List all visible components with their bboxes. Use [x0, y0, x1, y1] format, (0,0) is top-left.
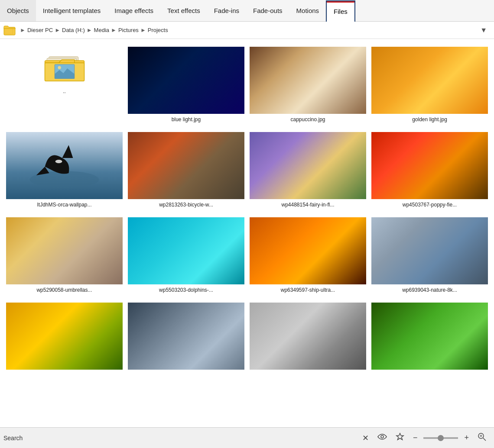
file-item-orca[interactable]: ItJdhMS-orca-wallpap...	[3, 128, 125, 213]
zoom-out-button[interactable]: −	[410, 432, 421, 444]
svg-point-11	[381, 435, 384, 438]
file-item-ship[interactable]: wp6349597-ship-ultra...	[247, 213, 369, 298]
breadcrumb-sep-2: ►	[87, 27, 92, 33]
file-item-girl[interactable]	[247, 298, 369, 377]
breadcrumb-media[interactable]: Media	[94, 27, 109, 33]
file-item-winter[interactable]	[125, 298, 247, 377]
nav-fade-ins[interactable]: Fade-ins	[207, 0, 246, 21]
image-thumb-umbrellas	[6, 217, 123, 284]
nav-intelligent-templates[interactable]: Intelligent templates	[36, 0, 107, 21]
svg-point-7	[58, 66, 61, 69]
file-label-fairy: wp4488154-fairy-in-fl...	[281, 202, 334, 208]
magnifier-icon	[478, 432, 486, 441]
file-item-parent[interactable]: ..	[3, 42, 125, 128]
file-label-dolphins: wp5503203-dolphins-...	[159, 287, 213, 293]
nav-objects[interactable]: Objects	[0, 0, 36, 21]
file-item-bicycle[interactable]: wp2813263-bicycle-w...	[125, 128, 247, 213]
file-label-nature8k: wp6939043-nature-8k...	[402, 287, 457, 293]
zoom-slider[interactable]	[423, 437, 458, 439]
image-thumb-golden-light	[371, 47, 488, 114]
file-item-golden-light[interactable]: golden light.jpg	[369, 42, 491, 128]
file-label-golden-light: golden light.jpg	[412, 116, 447, 122]
star-icon	[396, 432, 404, 441]
image-thumb-flowers	[6, 303, 123, 370]
image-thumb-ship	[250, 217, 366, 284]
image-thumb-girl	[250, 303, 366, 370]
breadcrumb-bar: ► Dieser PC ► Data (H:) ► Media ► Pictur…	[0, 22, 494, 39]
main-content: .. blue light.jpg cappuccino.jpg golden …	[0, 39, 494, 427]
image-thumb-fairy	[250, 132, 366, 199]
file-item-dolphins[interactable]: wp5503203-dolphins-...	[125, 213, 247, 298]
file-item-nature8k[interactable]: wp6939043-nature-8k...	[369, 213, 491, 298]
nav-fade-outs[interactable]: Fade-outs	[246, 0, 289, 21]
file-label-umbrellas: wp5290058-umbrellas...	[36, 287, 92, 293]
folder-thumb	[41, 47, 88, 86]
nav-text-effects[interactable]: Text effects	[160, 0, 207, 21]
image-thumb-orca	[6, 132, 123, 199]
breadcrumb-data-h[interactable]: Data (H:)	[62, 27, 85, 33]
image-thumb-cappuccino	[250, 47, 366, 114]
file-item-fairy[interactable]: wp4488154-fairy-in-fl...	[247, 128, 369, 213]
file-item-umbrellas[interactable]: wp5290058-umbrellas...	[3, 213, 125, 298]
nav-image-effects[interactable]: Image effects	[107, 0, 160, 21]
svg-point-10	[55, 160, 62, 163]
breadcrumb-sep-1: ►	[55, 27, 60, 33]
file-label-cappuccino: cappuccino.jpg	[290, 116, 325, 122]
file-item-poppy[interactable]: wp4503767-poppy-fie...	[369, 128, 491, 213]
breadcrumb-sep-4: ►	[140, 27, 146, 33]
folder-icon	[3, 24, 16, 36]
image-thumb-winter	[128, 303, 244, 370]
svg-line-13	[483, 438, 486, 441]
nav-motions[interactable]: Motions	[289, 0, 326, 21]
image-thumb-nature8k	[371, 217, 488, 284]
favorite-button[interactable]	[392, 431, 408, 445]
file-item-grass[interactable]	[369, 298, 491, 377]
breadcrumb-dropdown-button[interactable]: ▼	[477, 25, 491, 36]
image-thumb-blue-light	[128, 47, 244, 114]
file-label-orca: ItJdhMS-orca-wallpap...	[37, 202, 91, 208]
file-label-poppy: wp4503767-poppy-fie...	[403, 202, 457, 208]
file-item-cappuccino[interactable]: cappuccino.jpg	[247, 42, 369, 128]
zoom-in-button[interactable]: +	[461, 432, 472, 444]
breadcrumb-dieser-pc[interactable]: Dieser PC	[27, 27, 53, 33]
image-thumb-poppy	[371, 132, 488, 199]
breadcrumb-projects[interactable]: Projects	[148, 27, 168, 33]
file-label-bicycle: wp2813263-bicycle-w...	[159, 202, 213, 208]
image-thumb-dolphins	[128, 217, 244, 284]
eye-icon	[377, 433, 387, 440]
file-item-blue-light[interactable]: blue light.jpg	[125, 42, 247, 128]
breadcrumb-sep-3: ►	[111, 27, 117, 33]
folder-label: ..	[63, 88, 66, 94]
zoom-search-button[interactable]	[474, 431, 490, 445]
file-label-ship: wp6349597-ship-ultra...	[281, 287, 335, 293]
bottom-bar: Search ✕ − +	[0, 427, 494, 448]
image-thumb-bicycle	[128, 132, 244, 199]
clear-search-button[interactable]: ✕	[359, 432, 372, 445]
file-label-blue-light: blue light.jpg	[172, 116, 201, 122]
breadcrumb-sep-0: ►	[20, 27, 26, 33]
image-thumb-grass	[371, 303, 488, 370]
nav-files[interactable]: Files	[326, 0, 355, 22]
breadcrumb-pictures[interactable]: Pictures	[118, 27, 139, 33]
file-item-flowers[interactable]	[3, 298, 125, 377]
search-label: Search	[3, 435, 29, 442]
preview-button[interactable]	[374, 432, 390, 444]
file-grid: .. blue light.jpg cappuccino.jpg golden …	[0, 39, 494, 427]
nav-bar: Objects Intelligent templates Image effe…	[0, 0, 494, 22]
